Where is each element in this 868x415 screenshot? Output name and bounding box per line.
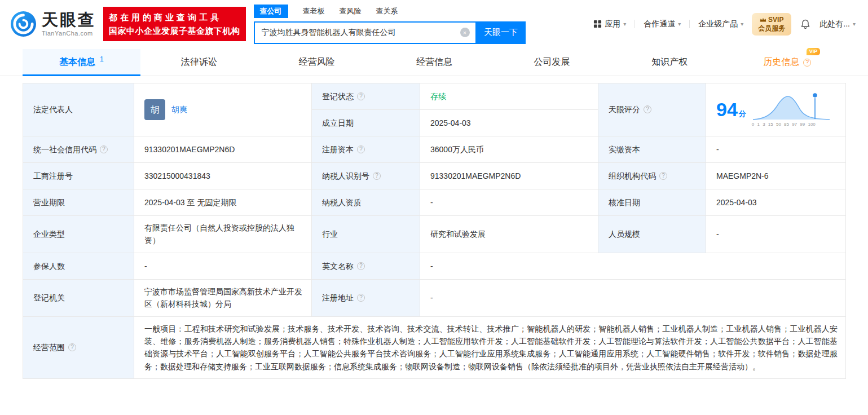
field-label: 实缴资本 — [609, 143, 640, 156]
crown-icon — [760, 17, 766, 23]
field-value: - — [430, 198, 433, 207]
search-tabs: 查公司 查老板 查风险 查关系 — [254, 5, 526, 18]
search-tab-risk[interactable]: 查风险 — [340, 5, 362, 18]
business-scope-value-cell: 一般项目：工程和技术研究和试验发展；技术服务、技术开发、技术咨询、技术交流、技术… — [134, 316, 846, 379]
reg-address-label-cell: 注册地址? — [312, 279, 420, 316]
legal-rep-value-cell: 胡 胡爽 — [134, 83, 312, 136]
help-icon[interactable]: ? — [357, 145, 365, 153]
legal-rep-label-cell: 法定代表人 — [23, 83, 134, 136]
field-value: 2025-04-03 至 无固定期限 — [144, 198, 236, 207]
industry-value-cell: 研究和试验发展 — [420, 216, 598, 253]
chevron-down-icon: ▾ — [623, 21, 626, 27]
field-value: 36000万人民币 — [430, 145, 484, 154]
tianyancha-logo[interactable]: 天眼查 TianYanCha.com — [10, 11, 96, 37]
svip-label: SVIP — [768, 16, 783, 24]
tab-legal-litigation[interactable]: 法律诉讼 — [140, 49, 258, 76]
nav-cooperation[interactable]: 合作通道 ▾ — [644, 19, 681, 29]
approval-date-value-cell: 2025-04-03 — [706, 189, 846, 216]
reg-address-value-cell: - — [420, 279, 846, 316]
nav-more[interactable]: 此处有... ▾ — [819, 19, 856, 29]
help-icon[interactable]: ? — [357, 92, 365, 100]
credit-code-value-cell: 91330201MAEGMP2N6D — [134, 136, 312, 163]
tab-operation-risk[interactable]: 经营风险 — [258, 49, 376, 76]
establish-date-value-cell: 2025-04-03 — [420, 110, 598, 136]
tab-basic-info[interactable]: 基本信息 1 — [23, 49, 140, 76]
taxpayer-quality-value-cell: - — [420, 189, 598, 216]
taxpayer-id-value-cell: 91330201MAEGMP2N6D — [420, 163, 598, 189]
search-input[interactable] — [262, 28, 460, 37]
score-axis-labels: 0 1 3 15 50 85 97 99 100 — [752, 121, 831, 129]
taxpayer-id-label-cell: 纳税人识别号? — [312, 163, 420, 189]
help-icon[interactable]: ? — [68, 343, 76, 351]
search-tab-boss[interactable]: 查老板 — [303, 5, 325, 18]
company-type-value-cell: 有限责任公司（自然人投资或控股的法人独资） — [134, 216, 312, 253]
search-button[interactable]: 天眼一下 — [477, 21, 526, 44]
paid-capital-value-cell: - — [706, 136, 846, 163]
help-icon[interactable]: ? — [659, 172, 667, 180]
tab-history-info[interactable]: 历史信息 ? VIP — [728, 49, 846, 76]
score-curve-icon — [752, 91, 831, 121]
page: 天眼查 TianYanCha.com 都在用的商业查询工具 国家中小企业发展子基… — [0, 0, 868, 383]
section-tabs: 基本信息 1 法律诉讼 经营风险 经营信息 公司发展 知识产权 历史信息 ? V… — [0, 49, 868, 76]
field-value: 研究和试验发展 — [430, 229, 486, 239]
help-icon[interactable]: ? — [373, 172, 381, 180]
reg-capital-label-cell: 注册资本? — [312, 136, 420, 163]
field-label: 注册资本 — [322, 143, 354, 156]
table-row: 登记机关 宁波市市场监督管理局国家高新技术产业开发区（新材料科技城）分局 注册地… — [23, 279, 846, 316]
tab-label: 历史信息 — [763, 56, 799, 68]
top-header: 天眼查 TianYanCha.com 都在用的商业查询工具 国家中小企业发展子基… — [0, 0, 868, 48]
tab-intellectual-property[interactable]: 知识产权 — [611, 49, 729, 76]
header-nav: 应用 ▾ 合作通道 ▾ 企业级产品 ▾ SVIP 会员服务 — [593, 13, 856, 36]
clear-search-icon[interactable]: × — [460, 28, 470, 37]
credit-code-label-cell: 统一社会信用代码? — [23, 136, 134, 163]
tab-label: 法律诉讼 — [181, 56, 217, 68]
field-value: 91330201MAEGMP2N6D — [144, 145, 235, 154]
business-scope-label-cell: 经营范围? — [23, 316, 134, 379]
table-row: 统一社会信用代码? 91330201MAEGMP2N6D 注册资本? 36000… — [23, 136, 846, 163]
field-value: 宁波市市场监督管理局国家高新技术产业开发区（新材料科技城）分局 — [144, 287, 302, 308]
org-code-value-cell: MAEGMP2N-6 — [706, 163, 846, 189]
field-label: 人员规模 — [609, 228, 640, 240]
field-label: 企业类型 — [33, 228, 65, 240]
legal-rep-link[interactable]: 胡爽 — [171, 103, 187, 116]
help-icon[interactable]: ? — [803, 59, 811, 67]
field-label: 注册地址 — [322, 292, 354, 304]
score-number: 94分 — [716, 100, 746, 119]
notification-bell-icon[interactable] — [800, 19, 811, 30]
field-value: 330215000431843 — [144, 171, 210, 180]
search-tab-company[interactable]: 查公司 — [254, 5, 288, 18]
english-name-value-cell: - — [420, 253, 846, 279]
reg-number-label-cell: 工商注册号 — [23, 163, 134, 189]
tab-company-development[interactable]: 公司发展 — [493, 49, 611, 76]
field-label: 核准日期 — [609, 196, 640, 209]
search-tab-relation[interactable]: 查关系 — [376, 5, 398, 18]
help-icon[interactable]: ? — [357, 262, 365, 270]
help-icon[interactable]: ? — [644, 105, 651, 113]
field-value: 2025-04-03 — [716, 198, 757, 207]
tab-label: 基本信息 — [59, 56, 95, 68]
reg-status-label-cell: 登记状态? — [312, 83, 420, 110]
industry-label-cell: 行业 — [312, 216, 420, 253]
field-value: - — [716, 145, 719, 154]
field-label: 法定代表人 — [33, 103, 73, 116]
tab-label: 公司发展 — [534, 56, 570, 68]
insured-count-value-cell: - — [134, 253, 312, 279]
tab-operation-info[interactable]: 经营信息 — [376, 49, 494, 76]
table-row: 工商注册号 330215000431843 纳税人识别号? 91330201MA… — [23, 163, 846, 189]
help-icon[interactable]: ? — [100, 145, 108, 153]
divider — [689, 20, 690, 28]
help-icon[interactable]: ? — [357, 294, 365, 302]
legal-rep-avatar[interactable]: 胡 — [144, 99, 165, 120]
svip-member-button[interactable]: SVIP 会员服务 — [752, 13, 791, 36]
company-info-table: 法定代表人 胡 胡爽 登记状态? 存续 天眼 — [23, 83, 846, 379]
tab-label: 经营信息 — [416, 56, 452, 68]
field-value: 一般项目：工程和技术研究和试验发展；技术服务、技术开发、技术咨询、技术交流、技术… — [144, 324, 838, 371]
establish-date-label-cell: 成立日期 — [312, 110, 420, 136]
search-box: × — [254, 21, 477, 44]
slogan-banner: 都在用的商业查询工具 国家中小企业发展子基金旗下机构 — [103, 7, 246, 41]
nav-apps[interactable]: 应用 ▾ — [593, 19, 626, 29]
logo-title: 天眼查 — [42, 12, 96, 28]
field-label: 经营范围 — [33, 341, 65, 354]
nav-enterprise-products[interactable]: 企业级产品 ▾ — [698, 19, 743, 29]
slogan-line-2: 国家中小企业发展子基金旗下机构 — [109, 24, 240, 37]
